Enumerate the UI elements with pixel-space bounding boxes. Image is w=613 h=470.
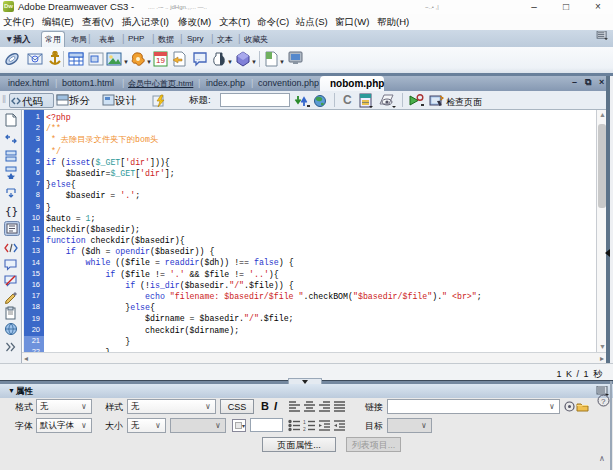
svg-text:..: ..	[196, 54, 200, 61]
svg-text:19: 19	[156, 56, 165, 65]
svg-text:2: 2	[303, 426, 306, 432]
svg-text:1: 1	[303, 419, 306, 425]
svg-text:?: ?	[601, 397, 606, 406]
svg-text:{}: {}	[5, 205, 18, 218]
